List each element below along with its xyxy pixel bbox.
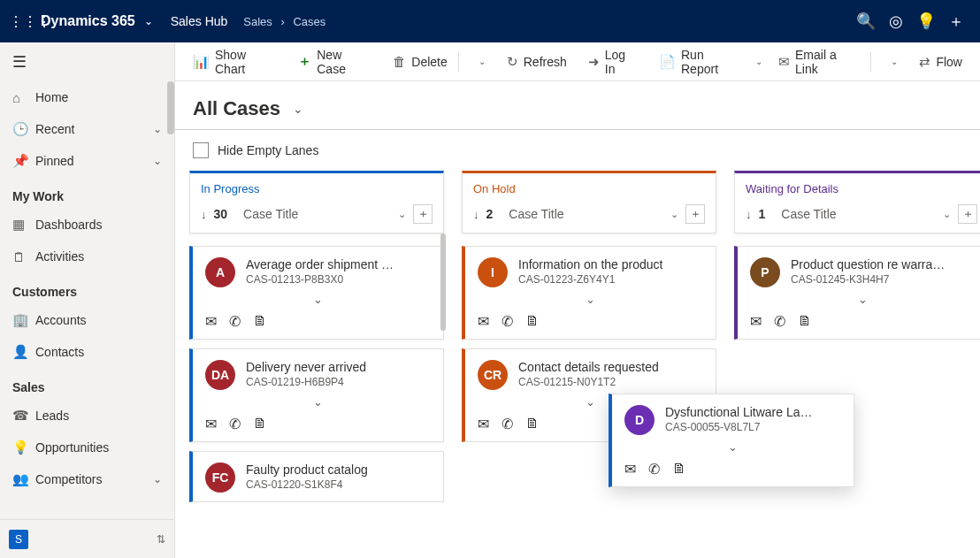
sidebar-item-label: Contacts [35,345,84,359]
mail-icon[interactable]: ✉ [205,313,217,330]
expand-chevron-icon[interactable]: ⌄ [205,293,431,306]
avatar: I [478,257,508,287]
phone-icon[interactable]: ✆ [229,313,241,330]
document-icon[interactable]: 🗎 [672,461,686,478]
view-selector-dropdown[interactable]: ⌄ [293,102,303,116]
sort-arrow-icon[interactable]: ↓ [473,208,479,221]
document-icon[interactable]: 🗎 [525,416,540,432]
add-icon[interactable]: ＋ [941,11,971,32]
app-launcher-icon[interactable]: ⋮⋮⋮ [9,13,34,30]
document-icon[interactable]: 🗎 [525,313,540,330]
sidebar-item-competitors[interactable]: 👥 Competitors ⌄ [0,463,174,495]
refresh-button[interactable]: ↻ Refresh [498,48,576,76]
mail-icon[interactable]: ✉ [478,416,489,432]
lane-title: On Hold [473,182,705,195]
breadcrumb-item[interactable]: Sales [243,15,272,28]
chevron-down-icon[interactable]: ⌄ [943,209,951,220]
chevron-down-icon[interactable]: ⌄ [670,209,678,220]
add-card-button[interactable]: ＋ [958,204,977,224]
document-icon[interactable]: 🗎 [253,313,267,330]
command-bar: 📊 Show Chart ＋ New Case 🗑 Delete ⌄ ↻ Ref… [175,42,980,81]
sort-arrow-icon[interactable]: ↓ [201,208,207,221]
phone-icon[interactable]: ✆ [229,416,241,432]
avatar: D [624,405,655,435]
kanban-lane: Waiting for Details↓1Case Title⌄＋PProduc… [734,171,980,549]
sidebar-item-home[interactable]: ⌂ Home [0,81,174,113]
kanban-card[interactable]: IInformation on the productCAS-01223-Z6Y… [462,246,716,340]
expand-chevron-icon[interactable]: ⌄ [478,293,703,306]
mail-icon[interactable]: ✉ [750,313,762,330]
trash-icon: 🗑 [393,54,406,69]
hide-empty-checkbox[interactable] [193,142,209,158]
show-chart-button[interactable]: 📊 Show Chart [184,48,286,76]
avatar: A [205,257,235,287]
mail-icon[interactable]: ✉ [478,313,489,330]
run-report-button[interactable]: 📄 Run Report ⌄ [650,48,766,76]
sidebar-item-pinned[interactable]: 📌 Pinned ⌄ [0,145,174,177]
chevron-down-icon[interactable]: ⌄ [398,209,406,220]
expand-chevron-icon[interactable]: ⌄ [750,293,976,306]
email-link-button[interactable]: ✉ Email a Link [769,48,863,76]
view-header: All Cases ⌄ [175,81,980,129]
card-title: Contact details requested [518,360,659,374]
search-icon[interactable]: 🔍 [851,11,881,31]
document-icon[interactable]: 🗎 [798,313,812,330]
mail-icon[interactable]: ✉ [205,416,217,432]
email-link-dropdown[interactable]: ⌄ [878,48,907,76]
scrollbar-thumb[interactable] [440,233,446,331]
phone-icon[interactable]: ✆ [501,313,513,330]
login-button[interactable]: ➜ Log In [579,48,647,76]
phone-icon[interactable]: ✆ [648,461,660,478]
report-icon: 📄 [659,54,676,70]
card-case-number: CAS-01220-S1K8F4 [246,478,368,491]
chevron-down-icon[interactable]: ⌄ [144,15,153,27]
dragging-card[interactable]: D Dysfunctional Litware La… CAS-00055-V8… [609,394,854,487]
card-actions: ✉✆🗎 [478,313,703,330]
add-card-button[interactable]: ＋ [685,204,705,224]
card-title: Faulty product catalog [246,462,368,477]
opportunity-icon: 💡 [12,440,35,455]
lightbulb-icon[interactable]: 💡 [911,11,941,31]
lane-sort-field[interactable]: Case Title [509,207,663,221]
sidebar-item-label: Opportunities [35,440,109,455]
delete-dropdown[interactable]: ⌄ [466,48,494,76]
phone-icon[interactable]: ✆ [774,313,785,330]
lane-header: Waiting for Details↓1Case Title⌄＋ [734,171,980,233]
mail-icon[interactable]: ✉ [624,461,636,478]
kanban-card[interactable]: FCFaulty product catalogCAS-01220-S1K8F4 [189,451,444,502]
kanban-card[interactable]: PProduct question re warra…CAS-01245-K3H… [734,246,980,340]
expand-chevron-icon[interactable]: ⌄ [205,395,431,409]
sidebar-item-opportunities[interactable]: 💡 Opportunities [0,432,174,463]
sort-arrow-icon[interactable]: ↓ [746,208,752,221]
sidebar-item-accounts[interactable]: 🏢 Accounts [0,304,174,336]
document-icon[interactable]: 🗎 [253,416,267,432]
lane-sort-field[interactable]: Case Title [243,207,391,221]
kanban-card[interactable]: AAverage order shipment …CAS-01213-P8B3X… [189,246,444,340]
card-actions: ✉✆🗎 [205,416,431,432]
card-case-number: CAS-01245-K3H4H7 [791,273,945,286]
sidebar-item-dashboards[interactable]: ▦ Dashboards [0,209,174,241]
sidebar-item-recent[interactable]: 🕒 Recent ⌄ [0,113,174,145]
sidebar-item-leads[interactable]: ☎ Leads [0,400,174,432]
sidebar-item-activities[interactable]: 🗒 Activities [0,241,174,272]
delete-button[interactable]: 🗑 Delete [384,48,450,76]
expand-chevron-icon[interactable]: ⌄ [624,440,841,454]
phone-icon[interactable]: ✆ [501,416,513,432]
cmd-label: Show Chart [215,48,277,76]
scrollbar-thumb[interactable] [167,81,174,134]
breadcrumb-item[interactable]: Cases [293,15,325,28]
sidebar-item-contacts[interactable]: 👤 Contacts [0,336,174,368]
product-name: Dynamics 365 [41,13,135,29]
area-switcher[interactable]: S Sales ⇅ [0,519,174,558]
kanban-card[interactable]: DADelivery never arrivedCAS-01219-H6B9P4… [189,348,444,442]
add-card-button[interactable]: ＋ [413,204,433,224]
task-icon[interactable]: ◎ [881,11,911,31]
person-icon: 👤 [12,344,35,360]
lane-title: In Progress [201,182,433,195]
card-case-number: CAS-00055-V8L7L7 [665,421,813,433]
avatar: CR [478,360,508,390]
lane-sort-field[interactable]: Case Title [781,207,936,221]
flow-button[interactable]: ⇄ Flow [910,48,971,76]
hamburger-icon[interactable]: ☰ [0,42,174,81]
new-case-button[interactable]: ＋ New Case [289,48,380,76]
